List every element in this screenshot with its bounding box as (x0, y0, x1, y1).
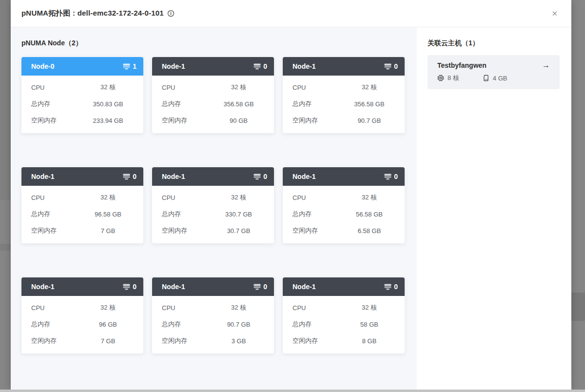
cpu-value: 32 核 (82, 303, 134, 312)
numa-node-card[interactable]: Node-1 0 CPU 32 核 总内存 58 GB 空闲内存 8 (283, 277, 405, 353)
vm-count: 0 (263, 62, 267, 70)
numa-node-card[interactable]: Node-0 1 CPU 32 核 总内存 350.83 GB 空闲内存 (21, 57, 143, 133)
cpu-value: 32 核 (213, 193, 264, 202)
close-icon[interactable]: ✕ (549, 8, 560, 19)
node-card-body: CPU 32 核 总内存 356.58 GB 空闲内存 90.7 GB (283, 76, 405, 135)
cpu-row: CPU 32 核 (31, 189, 134, 206)
cpu-row: CPU 32 核 (31, 299, 134, 316)
vm-count: 0 (133, 283, 136, 291)
cpu-value: 32 核 (213, 83, 264, 92)
modal-title-text: pNUMA拓扑图 : dell-emc32-172-24-0-101 (21, 9, 164, 18)
numa-nodes-section: pNUMA Node（2） Node-0 1 CPU 32 核 总内存 350.… (11, 27, 417, 390)
free-memory-label: 空闲内存 (292, 336, 344, 345)
free-memory-value: 7 GB (82, 337, 134, 345)
vm-count: 0 (394, 173, 398, 180)
node-name: Node-1 (292, 173, 315, 180)
free-memory-value: 8 GB (344, 337, 395, 345)
node-card-grid: Node-0 1 CPU 32 核 总内存 350.83 GB 空闲内存 (21, 57, 417, 353)
node-name: Node-1 (31, 283, 54, 291)
free-memory-value: 6.58 GB (344, 227, 395, 235)
host-cpu-spec: 8 核 (437, 74, 459, 82)
vm-count: 0 (394, 283, 398, 291)
total-memory-row: 总内存 356.58 GB (162, 96, 264, 112)
total-memory-value: 356.58 GB (213, 100, 264, 108)
node-card-body: CPU 32 核 总内存 96.58 GB 空闲内存 7 GB (21, 186, 143, 245)
total-memory-row: 总内存 350.83 GB (31, 96, 134, 112)
node-name: Node-1 (162, 173, 185, 180)
node-card-body: CPU 32 核 总内存 90.7 GB 空闲内存 3 GB (152, 296, 274, 355)
vm-count: 0 (263, 173, 267, 180)
node-card-body: CPU 32 核 总内存 356.58 GB 空闲内存 90 GB (152, 76, 274, 135)
vm-monitor-icon (123, 284, 130, 290)
info-icon[interactable] (167, 10, 175, 17)
vm-count: 0 (263, 283, 267, 291)
host-card[interactable]: Testbyfangwen → 8 核 4 GB (428, 55, 560, 89)
host-cpu-value: 8 核 (448, 74, 459, 82)
node-card-header: Node-1 0 (152, 167, 274, 186)
total-memory-row: 总内存 96 GB (31, 316, 134, 333)
numa-node-card[interactable]: Node-1 0 CPU 32 核 总内存 330.7 GB 空闲内存 (152, 167, 274, 243)
host-memory-spec: 4 GB (483, 75, 507, 82)
host-name: Testbyfangwen (437, 61, 487, 69)
free-memory-value: 7 GB (82, 227, 134, 235)
free-memory-label: 空闲内存 (31, 226, 82, 235)
free-memory-row: 空闲内存 6.58 GB (292, 222, 395, 239)
total-memory-row: 总内存 356.58 GB (292, 96, 395, 112)
free-memory-row: 空闲内存 90.7 GB (292, 112, 395, 129)
cpu-label: CPU (292, 304, 344, 312)
host-detail-arrow-icon[interactable]: → (542, 61, 550, 69)
cpu-value: 32 核 (213, 303, 264, 312)
memory-card-icon (483, 75, 489, 81)
free-memory-label: 空闲内存 (31, 336, 82, 345)
vm-counter: 1 (123, 62, 136, 70)
node-card-body: CPU 32 核 总内存 56.58 GB 空闲内存 6.58 GB (283, 186, 405, 245)
free-memory-label: 空闲内存 (31, 116, 82, 125)
free-memory-value: 233.94 GB (82, 117, 134, 124)
free-memory-label: 空闲内存 (292, 226, 344, 235)
cpu-chip-icon (437, 75, 444, 81)
numa-node-card[interactable]: Node-1 0 CPU 32 核 总内存 96 GB 空闲内存 7 (21, 277, 143, 353)
modal-body: pNUMA Node（2） Node-0 1 CPU 32 核 总内存 350.… (11, 27, 571, 390)
numa-node-card[interactable]: Node-1 0 CPU 32 核 总内存 356.58 GB 空闲内存 (283, 57, 405, 133)
node-name: Node-1 (162, 283, 185, 291)
modal-header: pNUMA拓扑图 : dell-emc32-172-24-0-101 ✕ (11, 0, 571, 27)
cpu-row: CPU 32 核 (292, 299, 395, 316)
vm-monitor-icon (123, 63, 130, 70)
cpu-label: CPU (31, 304, 82, 312)
host-list: Testbyfangwen → 8 核 4 GB (428, 55, 560, 89)
associated-hosts-title: 关联云主机（1） (428, 39, 560, 48)
numa-node-card[interactable]: Node-1 0 CPU 32 核 总内存 96.58 GB 空闲内存 (21, 167, 143, 243)
free-memory-label: 空闲内存 (162, 226, 213, 235)
vm-counter: 0 (384, 173, 398, 180)
modal-title: pNUMA拓扑图 : dell-emc32-172-24-0-101 (21, 9, 175, 18)
free-memory-row: 空闲内存 233.94 GB (31, 112, 134, 129)
numa-nodes-title: pNUMA Node（2） (21, 39, 417, 48)
node-name: Node-1 (31, 173, 54, 180)
free-memory-label: 空闲内存 (162, 116, 213, 125)
cpu-label: CPU (31, 194, 82, 201)
vm-counter: 0 (254, 173, 267, 180)
modal-backdrop (571, 293, 585, 321)
numa-node-card[interactable]: Node-1 0 CPU 32 核 总内存 90.7 GB 空闲内存 (152, 277, 274, 353)
total-memory-value: 56.58 GB (344, 211, 395, 218)
cpu-label: CPU (162, 304, 213, 312)
vm-monitor-icon (123, 174, 130, 180)
free-memory-row: 空闲内存 90 GB (162, 112, 264, 129)
numa-node-card[interactable]: Node-1 0 CPU 32 核 总内存 356.58 GB 空闲内存 (152, 57, 274, 133)
vm-monitor-icon (384, 63, 391, 70)
cpu-label: CPU (162, 84, 213, 91)
total-memory-value: 96.58 GB (82, 211, 134, 218)
vm-monitor-icon (384, 174, 391, 180)
node-card-header: Node-1 0 (152, 57, 274, 76)
total-memory-value: 96 GB (82, 321, 134, 328)
total-memory-row: 总内存 96.58 GB (31, 206, 134, 222)
cpu-value: 32 核 (82, 193, 134, 202)
cpu-row: CPU 32 核 (162, 79, 264, 96)
free-memory-row: 空闲内存 7 GB (31, 333, 134, 349)
node-name: Node-0 (31, 62, 54, 70)
numa-node-card[interactable]: Node-1 0 CPU 32 核 总内存 56.58 GB 空闲内存 (283, 167, 405, 243)
total-memory-value: 330.7 GB (213, 211, 264, 218)
vm-monitor-icon (254, 174, 261, 180)
total-memory-value: 356.58 GB (344, 100, 395, 108)
host-card-top: Testbyfangwen → (437, 61, 550, 69)
